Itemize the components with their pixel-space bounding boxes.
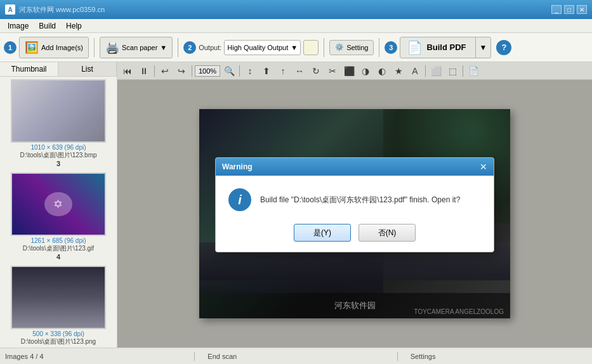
thumbnail-1[interactable]: [11, 79, 106, 143]
dialog-overlay: Warning ✕ i Build file "D:\tools\桌面\河东软件…: [117, 62, 592, 348]
status-settings: Settings: [411, 353, 587, 360]
dialog-yes-button[interactable]: 是(Y): [294, 224, 351, 242]
list-item[interactable]: ✡ 1261 × 685 (96 dpi) D:\tools\桌面\图片\123…: [3, 172, 114, 261]
dialog-titlebar: Warning ✕: [216, 158, 494, 176]
status-scan: End scan: [207, 353, 384, 360]
help-button[interactable]: ?: [496, 40, 511, 55]
list-item[interactable]: 500 × 338 (96 dpi) D:\tools\桌面\图片\123.pn…: [3, 266, 114, 346]
output-dropdown[interactable]: High Quality Output ▼: [224, 40, 301, 55]
scan-icon: 🖨️: [105, 41, 119, 55]
thumb-info-3: 500 × 338 (96 dpi): [3, 330, 114, 337]
thumb-info-1: 1010 × 639 (96 dpi): [3, 144, 114, 151]
warning-dialog: Warning ✕ i Build file "D:\tools\桌面\河东软件…: [215, 157, 494, 252]
title-controls[interactable]: _ □ ✕: [551, 5, 587, 14]
title-text: 河东软件网 www.pc0359.cn: [19, 5, 105, 15]
thumb-path-3: D:\tools\桌面\图片\123.png: [3, 337, 114, 346]
thumb-image-1: [12, 81, 105, 141]
scan-dropdown-arrow[interactable]: ▼: [160, 44, 167, 51]
step2-badge: 2: [183, 41, 196, 54]
step1-badge: 1: [4, 41, 16, 54]
list-item[interactable]: 1010 × 639 (96 dpi) D:\tools\桌面\图片\123.b…: [3, 79, 114, 167]
add-images-button[interactable]: 🖼️ Add Image(s): [19, 37, 89, 58]
setting-button[interactable]: ⚙️ Setting: [329, 40, 374, 55]
scan-label: Scan paper: [122, 44, 157, 51]
dialog-footer: 是(Y) 否(N): [216, 218, 494, 252]
build-pdf-label: Build PDF: [426, 42, 466, 52]
menu-help[interactable]: Help: [61, 20, 87, 32]
build-pdf-main[interactable]: 📄 Build PDF: [400, 37, 472, 58]
step3-badge: 3: [385, 41, 397, 54]
sep3: [324, 38, 324, 57]
thumb-image-3: [12, 267, 105, 328]
tab-list[interactable]: List: [58, 62, 117, 76]
sep1: [94, 38, 95, 57]
menubar: Image Build Help: [0, 19, 592, 33]
thumb-num-1: 3: [3, 160, 114, 167]
titlebar: A 河东软件网 www.pc0359.cn _ □ ✕: [0, 0, 592, 19]
add-images-label: Add Image(s): [41, 44, 83, 51]
status-sep2: [397, 352, 398, 361]
thumbnail-3[interactable]: [11, 266, 106, 329]
thumbnail-2[interactable]: ✡: [11, 172, 106, 236]
output-arrow[interactable]: ▼: [291, 44, 298, 51]
dialog-no-button[interactable]: 否(N): [358, 224, 416, 242]
content-area: ⏮ ⏸ ↩ ↪ 🔍 ↕ ⬆ ↑ ↔ ↻ ✂ ⬛ ◑ ◐ ★ A ⬜ ⬚: [117, 62, 592, 348]
sidebar: Thumbnail List 1010 × 639 (96 dpi) D:\to…: [0, 62, 117, 348]
scan-paper-button[interactable]: 🖨️ Scan paper ▼: [100, 37, 173, 58]
sep4: [379, 38, 379, 57]
build-pdf-dropdown-arrow[interactable]: ▼: [475, 37, 491, 58]
gear-icon: ⚙️: [335, 43, 344, 51]
add-images-icon: 🖼️: [25, 41, 39, 55]
status-sep1: [194, 352, 195, 361]
output-selected: High Quality Output: [227, 44, 288, 51]
sidebar-content[interactable]: 1010 × 639 (96 dpi) D:\tools\桌面\图片\123.b…: [0, 77, 117, 348]
pdf-icon: 📄: [407, 40, 423, 55]
thumb-num-2: 4: [3, 253, 114, 261]
sep2: [178, 38, 178, 57]
statusbar: Images 4 / 4 End scan Settings: [0, 348, 592, 364]
dialog-close-button[interactable]: ✕: [480, 162, 487, 172]
menu-image[interactable]: Image: [3, 20, 34, 32]
dialog-title: Warning: [222, 162, 253, 171]
thumb-path-2: D:\tools\桌面\图片\123.gif: [3, 244, 114, 253]
dialog-body: i Build file "D:\tools\桌面\河东软件园\123.pdf"…: [216, 176, 494, 218]
dialog-message: Build file "D:\tools\桌面\河东软件园\123.pdf" f…: [260, 194, 460, 205]
minimize-button[interactable]: _: [551, 5, 562, 14]
maximize-button[interactable]: □: [564, 5, 574, 14]
output-label: Output:: [199, 44, 221, 51]
thumb-image-2: ✡: [12, 174, 105, 235]
app-logo: A: [5, 4, 15, 15]
main-area: Thumbnail List 1010 × 639 (96 dpi) D:\to…: [0, 62, 592, 348]
thumb-path-1: D:\tools\桌面\图片\123.bmp: [3, 151, 114, 160]
color-picker-button[interactable]: [303, 40, 319, 55]
close-button[interactable]: ✕: [577, 5, 587, 14]
tab-thumbnail[interactable]: Thumbnail: [0, 62, 58, 76]
thumb-info-2: 1261 × 685 (96 dpi): [3, 237, 114, 244]
build-pdf-button[interactable]: 📄 Build PDF ▼: [400, 37, 491, 58]
dialog-info-icon: i: [228, 188, 251, 211]
setting-label: Setting: [346, 44, 368, 51]
sidebar-tabs: Thumbnail List: [0, 62, 117, 77]
status-images: Images 4 / 4: [5, 353, 181, 360]
menu-build[interactable]: Build: [34, 20, 61, 32]
toolbar: 1 🖼️ Add Image(s) 🖨️ Scan paper ▼ 2 Outp…: [0, 33, 592, 62]
title-left: A 河东软件网 www.pc0359.cn: [5, 4, 105, 15]
